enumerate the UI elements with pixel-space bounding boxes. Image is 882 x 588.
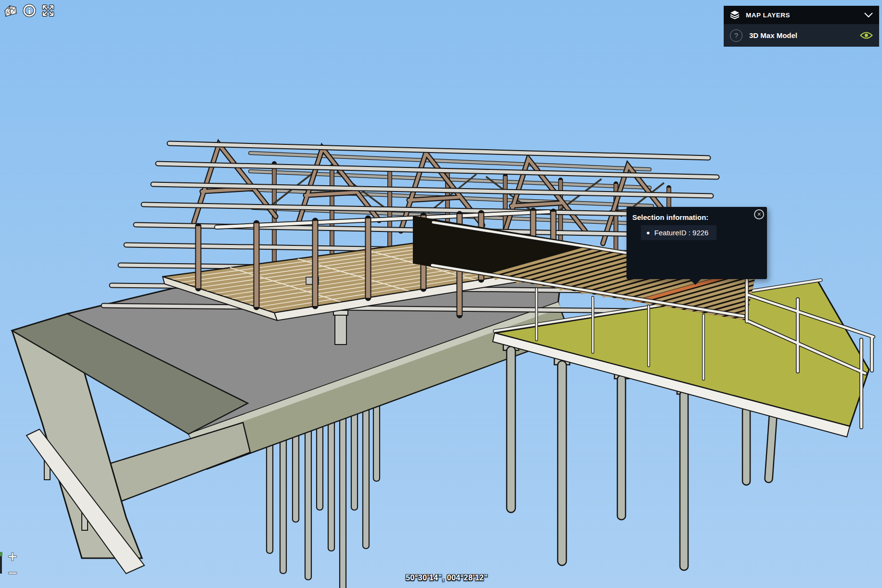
pillar[interactable] (617, 375, 626, 520)
question-mark-icon: ? (730, 29, 742, 42)
close-icon[interactable]: ✕ (754, 209, 764, 219)
pillar[interactable] (680, 391, 688, 570)
info-icon: i (22, 3, 37, 18)
info-button[interactable]: i (22, 2, 37, 19)
selection-popup-item: ● FeatureID : 9226 (641, 225, 716, 240)
pile[interactable] (328, 415, 334, 551)
pile[interactable] (305, 424, 311, 580)
fullscreen-button[interactable] (40, 2, 56, 19)
logo-button[interactable] (3, 2, 18, 19)
pile[interactable] (340, 410, 346, 588)
3d-scene[interactable] (0, 0, 882, 588)
pillar[interactable] (558, 361, 566, 565)
svg-text:i: i (28, 6, 31, 16)
pile[interactable] (373, 396, 380, 481)
coordinate-display: 50°30'14", 004°28'12" (406, 574, 488, 582)
popup-caret (689, 279, 702, 285)
top-toolbar: i (3, 2, 56, 19)
feature-id-text: FeatureID : 9226 (654, 229, 709, 237)
zoom-in-button[interactable]: + (4, 550, 21, 566)
pile[interactable] (293, 430, 299, 522)
model-wireframe-logo-icon (3, 2, 18, 19)
sliver-green (0, 552, 2, 556)
pile[interactable] (363, 400, 369, 549)
selection-popup-title: Selection information: (632, 213, 760, 221)
fullscreen-icon (41, 3, 55, 18)
deck-square-post[interactable] (335, 313, 346, 345)
layer-label: 3D Max Model (749, 31, 860, 39)
eye-icon[interactable] (860, 31, 873, 39)
map-layers-title: MAP LAYERS (746, 12, 864, 19)
pile[interactable] (317, 420, 323, 510)
zoom-out-button[interactable]: − (4, 566, 21, 582)
layer-row-3d-max-model[interactable]: ? 3D Max Model (724, 24, 879, 47)
pillar[interactable] (742, 407, 750, 485)
pile[interactable] (267, 440, 273, 553)
viewer-stage: i MAP LAYERS (0, 0, 882, 588)
pile[interactable] (280, 435, 286, 574)
selection-popup: Selection information: ● FeatureID : 922… (626, 207, 767, 279)
map-layers-header[interactable]: MAP LAYERS (724, 6, 879, 24)
pillar[interactable] (507, 346, 515, 512)
pile[interactable] (351, 405, 358, 510)
layers-icon (729, 10, 740, 20)
sliver-dark (0, 556, 2, 574)
map-layers-panel: MAP LAYERS ? 3D Max Model (724, 6, 879, 47)
zoom-controls: + − (4, 550, 21, 582)
chevron-down-icon[interactable] (864, 13, 873, 18)
bullet-icon: ● (646, 229, 650, 236)
